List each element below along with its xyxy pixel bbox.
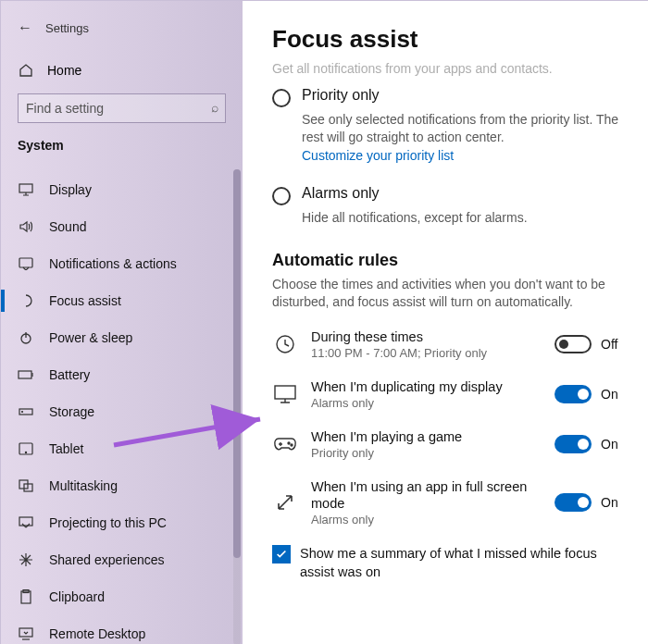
sidebar-item-storage[interactable]: Storage [18,393,226,430]
sidebar-item-label: Remote Desktop [49,626,145,641]
game-icon [272,431,298,457]
back-icon[interactable]: ← [18,19,32,36]
scroll-thumb[interactable] [233,169,241,558]
svg-rect-15 [275,386,295,399]
page-title: Focus assist [272,25,623,54]
display-icon [18,183,34,196]
rule-game[interactable]: When I'm playing a gamePriority onlyOn [272,428,623,460]
rule-sub: Alarms only [311,513,542,526]
rule-toggle-label: On [601,495,623,510]
sidebar-scrollbar[interactable] [231,169,243,644]
rule-title: When I'm playing a game [311,428,542,445]
radio-desc: Hide all notifications, except for alarm… [302,209,623,227]
content: Focus assist Get all notifications from … [243,1,648,644]
sidebar: ← Settings Home ⌕ System DisplaySoundNot… [1,1,243,644]
rule-toggle[interactable] [555,493,592,512]
automatic-rules-heading: Automatic rules [272,251,623,270]
search-wrap: ⌕ [18,93,226,123]
rule-monitor[interactable]: When I'm duplicating my displayAlarms on… [272,378,623,410]
sidebar-item-notifications[interactable]: Notifications & actions [18,245,226,282]
sound-icon [18,220,34,233]
rule-sub: Alarms only [311,396,542,410]
clock-icon [272,331,298,357]
rule-toggle[interactable] [555,435,592,453]
sidebar-item-tablet[interactable]: Tablet [18,430,226,467]
app-title: Settings [45,21,89,35]
rule-fullscreen[interactable]: When I'm using an app in full screen mod… [272,478,623,526]
cutoff-option-desc: Get all notifications from your apps and… [272,61,623,76]
search-input[interactable] [18,93,226,123]
nav-list: DisplaySoundNotifications & actionsFocus… [18,171,226,644]
radio-desc: See only selected notifications from the… [302,111,623,146]
svg-point-5 [22,412,23,413]
projecting-icon [18,516,34,529]
clipboard-icon [18,589,34,604]
storage-icon [18,406,34,417]
svg-rect-1 [19,258,32,267]
sidebar-item-label: Clipboard [49,589,105,604]
shared-icon [18,552,34,567]
rule-toggle[interactable] [555,335,592,353]
summary-checkbox-row[interactable]: Show me a summary of what I missed while… [272,545,623,581]
fullscreen-icon [272,489,298,515]
sidebar-item-label: Shared experiences [49,552,165,567]
home-label: Home [47,63,81,78]
svg-rect-13 [19,628,32,637]
rule-title: During these times [311,328,542,345]
sidebar-item-label: Storage [49,404,94,419]
rule-title: When I'm duplicating my display [311,378,542,395]
summary-checkbox[interactable] [272,545,291,564]
sidebar-item-clipboard[interactable]: Clipboard [18,578,226,615]
svg-rect-3 [19,371,31,378]
radio-icon[interactable] [272,89,291,107]
radio-label: Alarms only [302,185,380,205]
sidebar-item-display[interactable]: Display [18,171,226,208]
sidebar-item-shared[interactable]: Shared experiences [18,541,226,578]
automatic-rules-desc: Choose the times and activities when you… [272,276,605,312]
remote-icon [18,627,34,640]
sidebar-item-multitasking[interactable]: Multitasking [18,467,226,504]
svg-rect-10 [19,517,32,526]
rule-toggle-label: Off [601,337,623,352]
sidebar-item-label: Battery [49,367,90,382]
rule-title: When I'm using an app in full screen mod… [311,478,542,512]
sidebar-item-label: Focus assist [49,293,121,308]
summary-checkbox-label: Show me a summary of what I missed while… [300,545,605,581]
sidebar-item-label: Tablet [49,441,83,456]
sidebar-home[interactable]: Home [18,56,226,84]
focus-icon [18,293,34,308]
radio-0[interactable]: Priority only [272,87,623,107]
check-icon [275,548,288,561]
sidebar-item-label: Display [49,182,92,197]
svg-point-16 [288,442,290,444]
svg-point-17 [291,444,293,446]
radio-icon[interactable] [272,187,291,205]
customize-priority-link[interactable]: Customize your priority list [302,148,454,163]
radio-1[interactable]: Alarms only [272,185,623,205]
notifications-icon [18,257,34,270]
sidebar-item-power[interactable]: Power & sleep [18,319,226,356]
rule-sub: 11:00 PM - 7:00 AM; Priority only [311,346,542,360]
rule-toggle[interactable] [555,385,592,403]
svg-rect-0 [19,184,32,192]
multitasking-icon [18,479,34,492]
sidebar-item-label: Notifications & actions [49,256,177,271]
svg-point-7 [25,452,26,452]
rule-clock[interactable]: During these times11:00 PM - 7:00 AM; Pr… [272,328,623,360]
rule-toggle-label: On [601,437,623,452]
power-icon [18,330,34,345]
sidebar-group-header: System [18,138,226,153]
sidebar-item-remote[interactable]: Remote Desktop [18,615,226,644]
sidebar-item-sound[interactable]: Sound [18,208,226,245]
settings-window: ← Settings Home ⌕ System DisplaySoundNot… [0,0,648,644]
monitor-icon [272,381,298,407]
sidebar-item-projecting[interactable]: Projecting to this PC [18,504,226,541]
battery-icon [18,369,34,380]
sidebar-item-focus[interactable]: Focus assist [18,282,226,319]
sidebar-item-battery[interactable]: Battery [18,356,226,393]
rule-sub: Priority only [311,446,542,460]
sidebar-item-label: Sound [49,219,86,234]
radio-label: Priority only [302,87,380,107]
rule-toggle-label: On [601,387,623,402]
sidebar-item-label: Projecting to this PC [49,515,167,530]
